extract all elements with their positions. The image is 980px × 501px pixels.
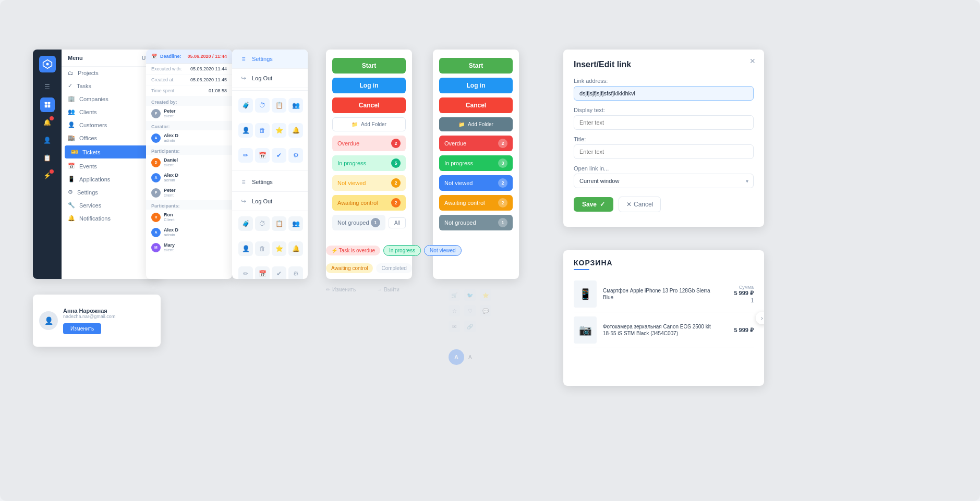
nav-icon-5[interactable]: 📋 [40,151,55,165]
bottom-actions-panel: ✏ Изменить → Выйти [326,287,400,292]
applications-icon: 📱 [68,176,75,182]
icon-btn-21[interactable]: ✏ [238,266,253,279]
status-badge-awaiting-1[interactable]: Awaiting control 2 [332,195,406,211]
login-button-2[interactable]: Log in [439,78,513,93]
edit-action[interactable]: ✏ Изменить [326,287,356,292]
nav-icon-6[interactable]: ⚡ [40,168,55,183]
settings-item-settings2[interactable]: ≡ Settings [232,173,308,192]
faded-icon-link[interactable]: 🔗 [464,321,476,332]
ticket-time-label: Time spent: [151,88,176,93]
nav-icon-1[interactable]: ☰ [40,80,55,94]
person-name-alexd2: Alex D [164,173,178,178]
icon-btn-24[interactable]: ⚙ [288,266,303,279]
link-address-input[interactable] [574,86,754,101]
icon-btn-15[interactable]: 📋 [272,216,286,231]
check-icon: ✓ [600,201,605,208]
status-badge-overdue-2[interactable]: Overdue 2 [439,136,513,151]
nav-icon-2[interactable] [40,97,55,112]
faded-icon-heart[interactable]: ♡ [464,305,476,316]
icon-btn-16[interactable]: 👥 [288,216,303,231]
cancel-button-2[interactable]: Cancel [439,97,513,113]
faded-icons-panel: 🛒 🐦 ⭐ ☆ ♡ 💬 ✉ 🔗 [449,289,491,332]
status-badge-notgrouped-2[interactable]: Not grouped 1 [439,215,513,230]
display-text-group: Display text: [574,107,754,130]
icon-btn-23[interactable]: ✔ [272,266,286,279]
crm-logo[interactable] [39,56,56,72]
faded-icon-share[interactable]: 🐦 [464,289,476,301]
cart-item-2-price: 5 999 ₽ [722,327,754,334]
notviewed-count-2: 2 [498,178,507,188]
tag-overdue[interactable]: ⚡ Task is overdue [326,246,380,255]
icon-btn-7[interactable]: ⭐ [272,123,286,138]
cancel-button-1[interactable]: Cancel [332,97,406,113]
crm-item-tickets[interactable]: 🎫 Tickets [65,145,158,158]
icon-btn-5[interactable]: 👤 [238,123,253,138]
display-text-input[interactable] [574,115,754,130]
icon-btn-13[interactable]: 🧳 [238,216,253,231]
settings-item-logout2[interactable]: ↪ Log Out [232,192,308,211]
notgrouped-count-1: 1 [371,218,380,227]
profile-edit-button[interactable]: Изменить [63,323,101,334]
faded-icon-star[interactable]: ⭐ [480,289,491,301]
person-role-daniel: client [164,163,178,167]
svg-rect-5 [47,105,50,108]
avatar-alexd2: A [151,173,161,182]
icon-btn-12[interactable]: ⚙ [288,148,303,163]
status-badge-notviewed-2[interactable]: Not viewed 2 [439,175,513,191]
status-badge-inprogress-2[interactable]: In progress 3 [439,155,513,171]
close-button[interactable]: ✕ [747,56,758,66]
start-button-1[interactable]: Start [332,58,406,74]
exit-action[interactable]: → Выйти [377,287,400,292]
open-link-select[interactable]: Current window New window New tab [574,174,754,188]
all-button[interactable]: All [389,217,406,228]
svg-rect-3 [47,102,50,105]
add-folder-button-2[interactable]: 📁 Add Folder [439,117,513,131]
faded-icon-comment[interactable]: 💬 [480,305,491,316]
icon-btn-9[interactable]: ✏ [238,148,253,163]
icon-btn-8[interactable]: 🔔 [288,123,303,138]
title-input[interactable] [574,144,754,159]
status-badge-notviewed-1[interactable]: Not viewed 2 [332,175,406,191]
status-badge-overdue-1[interactable]: Overdue 2 [332,136,406,151]
icon-btn-17[interactable]: 👤 [238,241,253,256]
icon-grid-1: 🧳 ⏱ 📋 👥 [232,93,308,118]
icon-btn-2[interactable]: ⏱ [255,98,270,113]
icon-btn-14[interactable]: ⏱ [255,216,270,231]
display-text-label: Display text: [574,107,754,113]
faded-icon-mail[interactable]: ✉ [449,321,460,332]
faded-icon-bookmark[interactable]: ☆ [449,305,460,316]
cart-next-button[interactable]: › [756,312,764,324]
tag-awaiting[interactable]: Awaiting control [326,263,373,273]
start-button-2[interactable]: Start [439,58,513,74]
settings-item-settings[interactable]: ≡ Settings [232,50,308,69]
icon-btn-18[interactable]: 🗑 [255,241,270,256]
icon-btn-10[interactable]: 📅 [255,148,270,163]
cancel-link-button[interactable]: ✕ Cancel [619,197,661,212]
open-link-label: Open link in... [574,165,754,172]
icon-btn-1[interactable]: 🧳 [238,98,253,113]
icon-btn-4[interactable]: 👥 [288,98,303,113]
settings-item-logout[interactable]: ↪ Log Out [232,69,308,88]
status-tags-row2: Awaiting control Completed [326,263,412,273]
crm-sidebar: ☰ 🔔 👤 📋 ⚡ [33,50,62,279]
tag-notviewed[interactable]: Not viewed [424,245,461,256]
tag-inprogress[interactable]: In progress [383,245,421,256]
icon-btn-22[interactable]: 📅 [255,266,270,279]
add-folder-button-1[interactable]: 📁 Add Folder [332,117,406,131]
icon-btn-3[interactable]: 📋 [272,98,286,113]
icon-btn-11[interactable]: ✔ [272,148,286,163]
tag-completed[interactable]: Completed [376,263,412,273]
nav-icon-4[interactable]: 👤 [40,133,55,148]
status-badge-notgrouped-1[interactable]: Not grouped 1 [332,215,385,230]
status-badge-awaiting-2[interactable]: Awaiting control 2 [439,195,513,211]
faded-icon-cart[interactable]: 🛒 [449,289,460,301]
icon-btn-6[interactable]: 🗑 [255,123,270,138]
link-editor-title: Insert/Edit link [574,60,754,69]
icon-btn-19[interactable]: ⭐ [272,241,286,256]
nav-icon-3[interactable]: 🔔 [40,115,55,130]
icon-btn-20[interactable]: 🔔 [288,241,303,256]
settings-panel: ≡ Settings ↪ Log Out 🧳 ⏱ 📋 👥 👤 🗑 ⭐ 🔔 ✏ 📅… [232,50,308,279]
login-button-1[interactable]: Log in [332,78,406,93]
status-badge-inprogress-1[interactable]: In progress 5 [332,155,406,171]
save-button[interactable]: Save ✓ [574,197,613,212]
